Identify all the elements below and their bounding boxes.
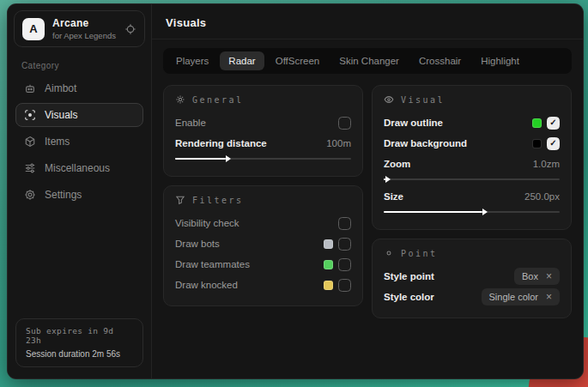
panel-filters-header: Filters: [175, 195, 351, 205]
sidebar-item-visuals[interactable]: Visuals: [15, 103, 143, 127]
app-window: A Arcane for Apex Legends Category: [7, 3, 584, 379]
category-label: Category: [21, 61, 137, 70]
panel-visual: Visual Draw outline ✓ Draw background: [372, 85, 572, 230]
sidebar-item-label: Aimbot: [45, 82, 76, 94]
draw-teammates-row: Draw teammates: [175, 254, 351, 275]
draw-background-checkbox[interactable]: ✓: [547, 137, 560, 150]
slider-fill: [384, 211, 482, 213]
session-duration-text: Session duration 2m 56s: [26, 349, 133, 359]
style-color-row: Style color Single color ×: [384, 287, 560, 307]
page-title: Visuals: [166, 16, 569, 29]
style-point-select[interactable]: Box ×: [514, 268, 560, 285]
sidebar-item-items[interactable]: Items: [15, 130, 143, 154]
visibility-check-checkbox[interactable]: [338, 217, 351, 230]
draw-outline-row: Draw outline ✓: [384, 112, 560, 133]
app-brand-text: Arcane for Apex Legends: [52, 17, 116, 40]
size-row: Size 250.0px: [384, 186, 560, 207]
panel-general: General Enable Rendering distance 100m: [163, 85, 363, 177]
close-icon[interactable]: ×: [546, 292, 552, 302]
panel-title: General: [192, 95, 244, 105]
draw-teammates-label: Draw teammates: [175, 259, 250, 269]
subscription-info-card: Sub expires in 9d 23h Session duration 2…: [15, 318, 143, 367]
tab-skin-changer[interactable]: Skin Changer: [330, 51, 408, 70]
draw-background-color-swatch[interactable]: [532, 139, 542, 148]
sidebar-item-label: Items: [45, 136, 70, 148]
draw-outline-checkbox[interactable]: ✓: [547, 117, 560, 130]
zoom-slider[interactable]: [384, 175, 560, 184]
sidebar-item-aimbot[interactable]: Aimbot: [15, 76, 143, 100]
visibility-check-row: Visibility check: [175, 213, 351, 233]
close-icon[interactable]: ×: [546, 271, 552, 281]
size-label: Size: [384, 191, 403, 202]
left-column: General Enable Rendering distance 100m: [163, 85, 363, 306]
panel-visual-header: Visual: [384, 94, 560, 105]
tab-players[interactable]: Players: [167, 51, 217, 70]
sidebar-item-label: Settings: [45, 189, 82, 201]
draw-teammates-checkbox[interactable]: [338, 258, 351, 271]
tab-offscreen[interactable]: OffScreen: [267, 51, 329, 70]
draw-knocked-color-swatch[interactable]: [324, 281, 333, 290]
panel-title: Visual: [401, 95, 445, 105]
enable-row: Enable: [175, 112, 351, 133]
bot-icon: [24, 82, 36, 94]
slider-thumb[interactable]: [226, 155, 231, 162]
check-icon: ✓: [549, 139, 556, 148]
panel-filters: Filters Visibility check Draw bots: [163, 185, 363, 306]
zoom-value: 1.0zm: [533, 159, 560, 169]
style-color-select[interactable]: Single color ×: [482, 288, 561, 305]
sidebar-spacer: [13, 207, 146, 316]
visuals-tabbar: Players Radar OffScreen Skin Changer Cro…: [163, 48, 572, 74]
panel-point: Point Style point Box × Style color: [372, 239, 572, 318]
draw-bots-label: Draw bots: [175, 239, 220, 249]
draw-teammates-color-swatch[interactable]: [324, 260, 333, 269]
eye-icon: [384, 94, 394, 105]
sliders-icon: [24, 162, 36, 174]
app-name: Arcane: [52, 17, 116, 29]
draw-background-row: Draw background ✓: [384, 133, 560, 154]
rendering-distance-label: Rendering distance: [175, 138, 267, 148]
rendering-distance-value: 100m: [326, 138, 351, 148]
draw-bots-color-swatch[interactable]: [324, 239, 333, 249]
slider-fill: [384, 178, 385, 180]
sub-expires-text: Sub expires in 9d 23h: [26, 326, 133, 345]
tab-crosshair[interactable]: Crosshair: [410, 51, 470, 70]
draw-bots-checkbox[interactable]: [338, 238, 351, 251]
cube-icon: [24, 136, 36, 148]
tab-radar[interactable]: Radar: [220, 51, 264, 70]
zoom-label: Zoom: [384, 159, 410, 169]
style-point-label: Style point: [384, 271, 434, 281]
zoom-row: Zoom 1.0zm: [384, 154, 560, 174]
enable-label: Enable: [175, 118, 206, 128]
rendering-distance-row: Rendering distance 100m: [175, 133, 351, 154]
right-column: Visual Draw outline ✓ Draw background: [372, 85, 572, 318]
sidebar-item-miscellaneous[interactable]: Miscellaneous: [15, 156, 143, 180]
tab-highlight[interactable]: Highlight: [472, 51, 528, 70]
size-slider[interactable]: [384, 208, 560, 216]
panel-title: Filters: [192, 196, 244, 205]
panel-general-header: General: [175, 94, 351, 105]
desktop-background: A Arcane for Apex Legends Category: [0, 0, 588, 387]
sidebar-item-settings[interactable]: Settings: [15, 183, 143, 207]
app-subtitle: for Apex Legends: [52, 31, 116, 40]
slider-thumb[interactable]: [482, 209, 488, 215]
panel-point-header: Point: [384, 248, 560, 258]
main-header: Visuals: [152, 4, 583, 39]
rendering-distance-slider[interactable]: [175, 154, 351, 163]
panel-title: Point: [401, 249, 438, 258]
check-icon: ✓: [549, 118, 556, 127]
sidebar-item-label: Visuals: [45, 109, 77, 121]
draw-outline-label: Draw outline: [384, 118, 443, 128]
app-logo: A: [22, 18, 45, 40]
slider-thumb[interactable]: [385, 176, 391, 183]
target-icon[interactable]: [124, 23, 136, 35]
enable-checkbox[interactable]: [338, 117, 351, 130]
sidebar-nav: Aimbot Visuals Ite: [13, 76, 146, 207]
visibility-check-label: Visibility check: [175, 218, 239, 228]
draw-knocked-checkbox[interactable]: [338, 279, 351, 292]
sidebar: A Arcane for Apex Legends Category: [8, 4, 152, 378]
style-color-label: Style color: [384, 292, 434, 302]
style-point-row: Style point Box ×: [384, 266, 560, 287]
draw-outline-color-swatch[interactable]: [532, 118, 542, 128]
draw-knocked-row: Draw knocked: [175, 275, 351, 295]
slider-fill: [175, 158, 226, 160]
